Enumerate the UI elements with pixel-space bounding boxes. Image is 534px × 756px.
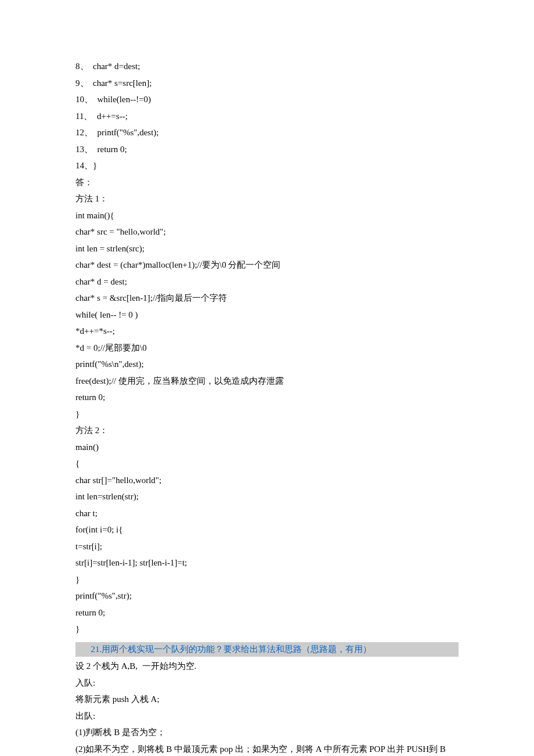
code-line: char str[]="hello,world";: [75, 472, 459, 489]
code-line: return 0;: [75, 389, 459, 406]
body-line: 出队:: [75, 708, 459, 725]
code-line: 10、 while(len--!=0): [75, 91, 459, 108]
code-line: for(int i=0; i{: [75, 521, 459, 538]
body-line: (1)判断栈 B 是否为空；: [75, 724, 459, 741]
code-line: }: [75, 571, 459, 588]
code-line: 答：: [75, 174, 459, 191]
code-line: char* dest = (char*)malloc(len+1);//要为\0…: [75, 257, 459, 273]
code-line: free(dest);// 使用完，应当释放空间，以免造成内存泄露: [75, 373, 459, 390]
code-line: t=str[i];: [75, 538, 459, 555]
code-line: *d++=*s--;: [75, 323, 459, 340]
code-line: main(): [75, 439, 459, 456]
code-line: 14、}: [75, 157, 459, 174]
code-line: 方法 2：: [75, 422, 459, 439]
code-line: return 0;: [75, 604, 459, 621]
code-line: 方法 1：: [75, 190, 459, 207]
body-line: (2)如果不为空，则将栈 B 中最顶元素 pop 出；如果为空，则将 A 中所有…: [75, 741, 459, 757]
code-line: printf("%s",str);: [75, 588, 459, 604]
code-line: char* src = "hello,world";: [75, 224, 459, 240]
code-line: int len = strlen(src);: [75, 240, 459, 257]
code-line: {: [75, 455, 459, 472]
code-line: while( len-- != 0 ): [75, 307, 459, 323]
document-page: 8、 char* d=dest; 9、 char* s=src[len]; 10…: [0, 0, 534, 756]
code-line: char* s = &src[len-1];//指向最后一个字符: [75, 290, 459, 307]
code-line: printf("%s\n",dest);: [75, 356, 459, 373]
body-line: 将新元素 push 入栈 A;: [75, 691, 459, 708]
code-line: char* d = dest;: [75, 273, 459, 290]
code-line: int len=strlen(str);: [75, 488, 459, 505]
body-line: 入队:: [75, 675, 459, 692]
code-line: 8、 char* d=dest;: [75, 58, 459, 75]
code-line: str[i]=str[len-i-1]; str[len-i-1]=t;: [75, 555, 459, 571]
code-line: }: [75, 406, 459, 423]
code-line: 9、 char* s=src[len];: [75, 75, 459, 92]
code-line: char t;: [75, 505, 459, 522]
code-line: *d = 0;//尾部要加\0: [75, 340, 459, 357]
code-line: 11、 d++=s--;: [75, 108, 459, 125]
code-line: 13、 return 0;: [75, 141, 459, 158]
body-line: 设 2 个栈为 A,B, 一开始均为空.: [75, 658, 459, 675]
section-heading: 21.用两个栈实现一个队列的功能？要求给出算法和思路（思路题，有用）: [75, 642, 459, 657]
code-line: 12、 printf("%s",dest);: [75, 124, 459, 141]
code-line: int main(){: [75, 207, 459, 224]
code-line: }: [75, 621, 459, 638]
